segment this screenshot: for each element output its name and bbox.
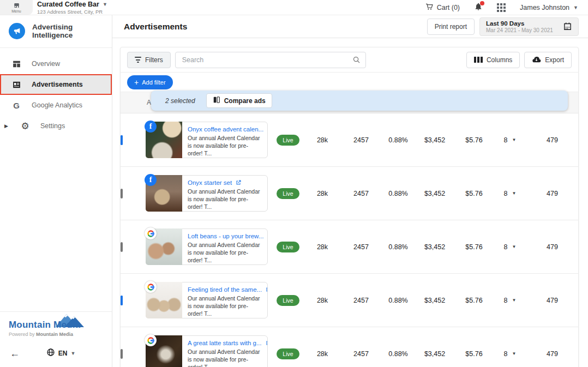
add-filter-button[interactable]: + Add filter xyxy=(127,75,173,89)
table-header-row: Ad 2 selected Compare ads xyxy=(121,92,578,113)
frequency-dropdown[interactable]: 8▼ xyxy=(504,190,517,197)
external-link-icon[interactable] xyxy=(265,286,267,293)
cart-button[interactable]: Cart (0) xyxy=(425,2,460,13)
status-badge: Live xyxy=(277,348,299,359)
google-icon xyxy=(145,227,157,239)
columns-icon xyxy=(474,57,483,63)
columns-button[interactable]: Columns xyxy=(466,52,520,68)
chevron-down-icon: ▼ xyxy=(573,5,578,10)
table-row: f Onyx starter set Our annual Advent Cal… xyxy=(121,167,578,220)
impressions-cell: 28k xyxy=(304,190,341,197)
cloud-download-icon xyxy=(532,56,541,64)
conversions-cell: 479 xyxy=(526,350,578,358)
table-row: Feeling tired of the same... Our annual … xyxy=(121,274,578,327)
row-checkbox[interactable] xyxy=(121,135,123,145)
app-logo xyxy=(9,23,25,39)
chevron-down-icon: ▼ xyxy=(512,298,517,303)
cart-icon xyxy=(425,2,434,13)
frequency-dropdown[interactable]: 8▼ xyxy=(504,136,517,144)
sidebar-item-label: Google Analytics xyxy=(32,101,82,109)
ad-title-link[interactable]: Feeling tired of the same... xyxy=(188,286,262,293)
frequency-dropdown[interactable]: 8▼ xyxy=(504,243,517,251)
ad-description: Our annual Advent Calendar is now availa… xyxy=(188,134,262,158)
frequency-dropdown[interactable]: 8▼ xyxy=(504,297,517,304)
external-link-icon[interactable] xyxy=(235,179,242,186)
ad-thumbnail xyxy=(146,282,182,318)
globe-icon xyxy=(46,348,55,358)
ad-preview-card[interactable]: f Onyx starter set Our annual Advent Cal… xyxy=(146,175,268,212)
search-input[interactable] xyxy=(175,52,366,68)
gear-icon: ⚙ xyxy=(20,122,31,131)
brand-footer: Mountain Media Powered by Mountain Media xyxy=(0,311,112,340)
ctr-cell: 0.88% xyxy=(381,190,415,197)
chevron-down-icon: ▼ xyxy=(512,244,517,249)
calendar-icon xyxy=(563,22,572,31)
cpc-cell: $5.76 xyxy=(454,297,494,304)
language-selector[interactable]: EN ▼ xyxy=(46,348,76,358)
external-link-icon[interactable] xyxy=(267,126,267,133)
external-link-icon[interactable] xyxy=(265,340,267,346)
topbar: Menu Curated Coffee Bar ▼ 123 Address St… xyxy=(0,0,588,15)
back-arrow-button[interactable]: ← xyxy=(10,348,20,358)
main-content: Advertisements Print report Last 90 Days… xyxy=(112,15,588,367)
sidebar-item-label: Overview xyxy=(32,60,60,68)
ad-title-link[interactable]: Onyx coffee advent calen... xyxy=(188,126,263,133)
external-link-icon[interactable] xyxy=(267,233,267,239)
chevron-down-icon: ▼ xyxy=(70,351,75,356)
user-menu[interactable]: James Johnston ▼ xyxy=(520,4,578,11)
ad-preview-card[interactable]: A great latte starts with g... Our annua… xyxy=(146,335,268,367)
conversions-cell: 479 xyxy=(526,190,578,197)
export-button[interactable]: Export xyxy=(524,52,572,68)
menu-button[interactable]: Menu xyxy=(0,0,33,15)
row-checkbox[interactable] xyxy=(121,349,123,359)
cart-label: Cart (0) xyxy=(437,4,460,11)
facebook-icon: f xyxy=(145,121,157,133)
apps-grid-icon[interactable] xyxy=(497,3,506,12)
ad-description: Our annual Advent Calendar is now availa… xyxy=(188,188,262,211)
chevron-right-icon: ▶ xyxy=(4,123,10,129)
ad-title-link[interactable]: A great latte starts with g... xyxy=(188,340,262,346)
row-checkbox[interactable] xyxy=(121,189,123,198)
impressions-cell: 28k xyxy=(304,297,341,304)
row-checkbox[interactable] xyxy=(121,296,123,305)
selected-count: 2 selected xyxy=(165,97,195,105)
ad-description: Our annual Advent Calendar is now availa… xyxy=(188,294,262,318)
chevron-down-icon: ▼ xyxy=(512,137,517,142)
sidebar-item-overview[interactable]: Overview xyxy=(0,53,112,74)
date-range-picker[interactable]: Last 90 Days Mar 24 2021 - May 30 2021 xyxy=(479,17,579,36)
print-report-button[interactable]: Print report xyxy=(427,19,475,35)
ad-preview-card[interactable]: Loft beans - up your brew... Our annual … xyxy=(146,228,268,265)
ad-preview-card[interactable]: Feeling tired of the same... Our annual … xyxy=(146,282,268,318)
overview-icon xyxy=(11,59,22,69)
conversions-cell: 479 xyxy=(526,243,578,251)
sidebar-item-label: Settings xyxy=(40,122,65,130)
conversions-cell: 479 xyxy=(526,136,578,144)
facebook-icon: f xyxy=(145,174,157,186)
spend-cell: $3,452 xyxy=(415,190,454,197)
ad-title-link[interactable]: Onyx starter set xyxy=(188,179,232,186)
ad-title-link[interactable]: Loft beans - up your brew... xyxy=(188,233,263,239)
sidebar-item-advertisements[interactable]: Advertisements xyxy=(0,74,112,95)
frequency-dropdown[interactable]: 8▼ xyxy=(504,350,517,358)
ad-column-header: Ad xyxy=(121,99,155,106)
ctr-cell: 0.88% xyxy=(381,350,415,358)
chevron-down-icon: ▼ xyxy=(512,191,517,196)
sidebar-item-google-analytics[interactable]: G Google Analytics xyxy=(0,95,112,116)
impressions-cell: 28k xyxy=(304,243,341,251)
selection-bar: 2 selected Compare ads xyxy=(151,91,568,111)
business-selector[interactable]: Curated Coffee Bar ▼ 123 Address Street,… xyxy=(37,0,107,15)
filters-button[interactable]: Filters xyxy=(127,52,171,68)
notifications-button[interactable] xyxy=(474,2,483,13)
storefront-icon xyxy=(13,2,20,9)
business-name: Curated Coffee Bar xyxy=(37,1,99,8)
menu-label: Menu xyxy=(11,9,21,13)
ads-table-card: Filters Columns Export xyxy=(120,47,579,367)
megaphone-icon xyxy=(13,27,21,35)
cpc-cell: $5.76 xyxy=(454,136,494,144)
ad-thumbnail: f xyxy=(146,175,182,212)
compare-ads-button[interactable]: Compare ads xyxy=(206,93,272,108)
sidebar-item-settings[interactable]: ▶ ⚙ Settings xyxy=(0,116,112,136)
row-checkbox[interactable] xyxy=(121,242,123,252)
notification-badge xyxy=(480,1,484,5)
ad-preview-card[interactable]: f Onyx coffee advent calen... Our annual… xyxy=(146,122,268,158)
